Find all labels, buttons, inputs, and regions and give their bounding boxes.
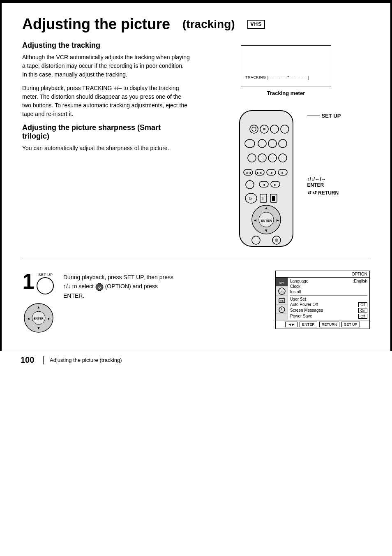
tracking-para2: During playback, press TRACKING +/– to d… [22, 84, 190, 118]
option-menu-box: OPTION OPT DVD VID [275, 271, 370, 329]
step-setup-label: SET UP [38, 273, 53, 277]
sharpness-para1: You can automatically adjust the sharpne… [22, 144, 190, 153]
svg-text:VID: VID [280, 300, 284, 302]
svg-text:◄◄: ◄◄ [245, 171, 251, 175]
option-label-powersave: Power Save [290, 314, 312, 319]
svg-text:⏸: ⏸ [261, 196, 265, 201]
svg-text:►►: ►► [256, 171, 263, 175]
tracking-bar: |– – – – – –*– – – – – –| [267, 75, 309, 80]
svg-text:▲: ▲ [37, 305, 41, 309]
step-arrows-symbol: ↑/↓ [63, 283, 71, 290]
svg-text:▼: ▼ [37, 326, 41, 330]
option-value-powersave: Off [358, 314, 367, 319]
arrows-enter-label: ↑/↓/←/→ ENTER ↺ ↺ RETURN [307, 176, 341, 196]
step-remote-nav-icon: ENTER ▲ ▼ ◄ ► [22, 299, 55, 336]
option-label-clock: Clock [290, 284, 300, 289]
svg-text:O: O [98, 286, 101, 290]
footer-btn-return: RETURN [319, 322, 340, 327]
option-row-screenmessages: Screen Messages On [290, 308, 367, 313]
remote-labels: SET UP ↑/↓/←/→ ENTER ↺ ↺ RETURN [307, 109, 341, 196]
tracking-label: TRACKING [245, 75, 266, 79]
svg-text:►: ► [281, 171, 284, 175]
svg-text:►: ► [276, 218, 280, 222]
tracking-meter-box: TRACKING |– – – – – –*– – – – – –| [241, 45, 331, 86]
option-label-autopoweroff: Auto Power Off [290, 302, 318, 307]
title-sub: (tracking) [182, 18, 235, 31]
title-main: Adjusting the picture [22, 16, 170, 33]
option-menu-body: OPT DVD VID Langu [276, 278, 369, 320]
main-content: Adjusting the picture (tracking) VHS Adj… [0, 3, 392, 351]
option-row-powersave: Power Save Off [290, 313, 367, 319]
step-text-part3: (OPTION) and press [105, 283, 158, 290]
sidebar-video: VID [276, 296, 288, 305]
step-text-part1: During playback, press SET UP, then pres… [63, 274, 173, 280]
svg-text:◄: ◄ [262, 183, 265, 187]
step-setup-button-icon [36, 277, 55, 295]
svg-text:DVD: DVD [279, 290, 284, 293]
enter-label: ENTER [307, 182, 341, 188]
right-column: TRACKING |– – – – – –*– – – – – –| Track… [202, 41, 370, 250]
svg-text:▼: ▼ [264, 228, 268, 233]
arrows-label: ↑/↓/←/→ [307, 176, 341, 182]
page-number: 100 [21, 355, 37, 365]
setup-label: SET UP [307, 113, 341, 119]
footer-text: Adjusting the picture (tracking) [50, 357, 122, 363]
top-bar [0, 0, 392, 3]
svg-text:►: ► [47, 317, 51, 321]
tracking-para1: Although the VCR automatically adjusts t… [22, 53, 190, 79]
svg-text:▲: ▲ [264, 206, 268, 210]
two-col-section: Adjusting the tracking Although the VCR … [22, 41, 370, 250]
page-title: Adjusting the picture (tracking) VHS [22, 16, 370, 33]
page-container: Adjusting the picture (tracking) VHS Adj… [0, 0, 392, 556]
svg-point-3 [263, 128, 265, 130]
section-divider [22, 258, 370, 258]
remote-area: ◄◄ ►► ◄ ► ◄ ► [231, 109, 341, 250]
left-column: Adjusting the tracking Although the VCR … [22, 41, 190, 250]
sidebar-dvd: DVD [276, 287, 288, 296]
sharpness-heading: Adjusting the picture sharpness (Smart t… [22, 123, 190, 141]
option-row-clock: Clock [290, 284, 367, 289]
option-menu-header: OPTION [276, 271, 369, 278]
option-value-autopoweroff: Off [358, 302, 367, 307]
option-row-autopoweroff: Auto Power Off Off [290, 302, 367, 308]
option-value-language: :English [353, 279, 367, 283]
svg-text:◄: ◄ [270, 171, 273, 175]
vhs-badge: VHS [247, 20, 265, 29]
footer-btn-arrows: ◄► [285, 322, 297, 327]
svg-text:ENTER: ENTER [34, 317, 44, 320]
step-text: During playback, press SET UP, then pres… [63, 273, 267, 300]
svg-rect-33 [272, 196, 275, 201]
tracking-meter-caption: Tracking meter [267, 90, 305, 96]
svg-text:▷: ▷ [249, 196, 253, 201]
svg-point-44 [37, 278, 53, 294]
page-footer: 100 Adjusting the picture (tracking) [0, 351, 392, 369]
option-label-screenmessages: Screen Messages [290, 308, 323, 313]
option-menu-sidebar: OPT DVD VID [276, 278, 288, 320]
option-value-screenmessages: On [358, 308, 367, 313]
option-icon: O [95, 283, 104, 291]
option-row-language: Language :English [290, 278, 367, 284]
return-label: ↺ ↺ RETURN [307, 190, 341, 196]
option-label-install: Install [290, 290, 301, 294]
option-menu-footer: ◄► ENTER RETURN SET UP [276, 320, 369, 329]
remote-svg: ◄◄ ►► ◄ ► ◄ ► [231, 109, 301, 250]
step1-section: 1 SET UP ENTER ▲ ▼ ◄ [22, 264, 370, 343]
step-number-block: 1 SET UP ENTER ▲ ▼ ◄ [22, 271, 55, 336]
step-text-enter: ENTER. [63, 292, 84, 299]
sidebar-option: OPT [276, 278, 288, 287]
svg-text:►: ► [274, 183, 277, 187]
tracking-heading: Adjusting the tracking [22, 41, 190, 50]
option-row-userset: User Set [290, 297, 367, 302]
footer-btn-enter: ENTER [300, 322, 317, 327]
svg-point-43 [275, 239, 278, 242]
step-text-to-select: to select [72, 283, 94, 290]
option-label-language: Language [290, 279, 309, 283]
svg-text:◄: ◄ [27, 317, 30, 321]
step-number: 1 [23, 271, 35, 292]
svg-text:ENTER: ENTER [261, 219, 272, 222]
option-row-install: Install [290, 289, 367, 294]
option-label-userset: User Set [290, 297, 306, 301]
svg-text:◄: ◄ [253, 218, 257, 222]
svg-text:OPT: OPT [279, 282, 284, 284]
step-content: During playback, press SET UP, then pres… [63, 271, 267, 300]
